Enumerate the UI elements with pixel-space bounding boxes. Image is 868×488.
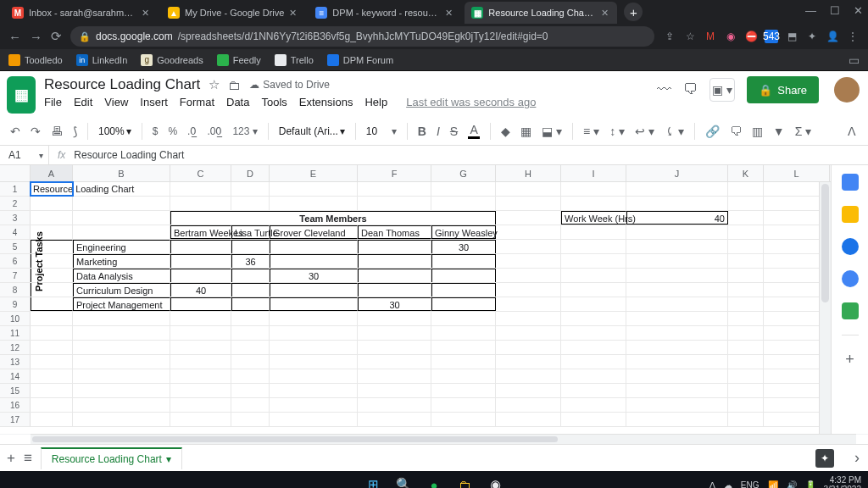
cell[interactable] [31, 297, 73, 311]
print-button[interactable]: 🖶 [49, 125, 64, 138]
cell[interactable] [496, 369, 561, 383]
row-header[interactable]: 12 [0, 341, 31, 354]
percent-button[interactable]: % [166, 125, 179, 137]
browser-tab-docs[interactable]: ≡ DPM - keyword - resource loadi ✕ [309, 2, 461, 24]
cell[interactable] [31, 326, 73, 340]
cell[interactable] [170, 384, 231, 397]
spotify-icon[interactable]: ● [425, 475, 443, 488]
col-header-E[interactable]: E [270, 165, 358, 181]
cell[interactable] [561, 297, 626, 311]
browser-tab-drive[interactable]: ▲ My Drive - Google Drive ✕ [161, 2, 305, 24]
format-select[interactable]: 123 ▾ [231, 125, 259, 137]
horizontal-scrollbar[interactable] [31, 434, 856, 444]
col-header-D[interactable]: D [231, 165, 270, 181]
cell[interactable] [431, 283, 496, 297]
cell[interactable] [728, 369, 764, 383]
cell[interactable] [561, 312, 626, 325]
cell[interactable] [270, 240, 358, 253]
cell[interactable] [496, 269, 561, 282]
row-header[interactable]: 3 [0, 211, 31, 225]
cell[interactable] [626, 197, 728, 210]
cell[interactable] [626, 225, 728, 239]
cell[interactable] [270, 283, 358, 297]
cell[interactable] [358, 384, 431, 397]
col-header-G[interactable]: G [431, 165, 496, 181]
cell[interactable] [358, 254, 431, 268]
cell[interactable] [561, 197, 626, 210]
cell[interactable] [231, 269, 270, 282]
col-header-F[interactable]: F [358, 165, 431, 181]
onedrive-icon[interactable]: ☁ [724, 480, 732, 489]
valign-button[interactable]: ↕ ▾ [608, 125, 626, 138]
cell[interactable] [626, 326, 728, 340]
row-header[interactable]: 1 [0, 182, 31, 196]
cell[interactable] [431, 413, 496, 426]
tray-chevron-icon[interactable]: ᐱ [709, 480, 715, 489]
cell[interactable] [73, 398, 170, 412]
back-button[interactable]: ← [8, 30, 21, 44]
spreadsheet-grid[interactable]: A B C D E F G H I J K L 1Resource Loadin… [0, 165, 831, 434]
cell[interactable] [270, 398, 358, 412]
row-header[interactable]: 13 [0, 355, 31, 369]
cell[interactable] [358, 312, 431, 325]
battery-icon[interactable]: 🔋 [805, 480, 815, 489]
cell[interactable] [626, 297, 728, 311]
currency-button[interactable]: $ [151, 125, 160, 137]
cell[interactable] [358, 182, 431, 196]
cell[interactable] [358, 398, 431, 412]
cell[interactable] [31, 369, 73, 383]
undo-button[interactable]: ↶ [8, 125, 22, 138]
cell[interactable] [73, 312, 170, 325]
cell[interactable] [626, 269, 728, 282]
cell[interactable] [31, 413, 73, 426]
cell[interactable] [561, 413, 626, 426]
font-size-input[interactable]: 10 [364, 125, 383, 137]
cell[interactable] [496, 254, 561, 268]
col-header-H[interactable]: H [496, 165, 561, 181]
vertical-scrollbar[interactable] [819, 182, 831, 434]
cell[interactable] [170, 326, 231, 340]
row-header[interactable]: 2 [0, 197, 31, 210]
col-header-L[interactable]: L [764, 165, 830, 181]
row-header[interactable]: 16 [0, 398, 31, 412]
cell[interactable] [170, 254, 231, 268]
col-header-A[interactable]: A [31, 165, 73, 181]
star-icon[interactable]: ☆ [683, 30, 697, 43]
forward-button[interactable]: → [30, 30, 42, 44]
menu-data[interactable]: Data [226, 96, 249, 108]
minimize-icon[interactable]: ― [805, 4, 816, 17]
bookmark-linkedin[interactable]: inLinkedIn [76, 54, 128, 66]
cell[interactable] [73, 197, 170, 210]
cell[interactable] [270, 369, 358, 383]
bookmark-feedly[interactable]: Feedly [217, 54, 261, 66]
cell[interactable] [561, 326, 626, 340]
ext-icon[interactable]: ⬒ [785, 30, 798, 43]
cell[interactable] [431, 369, 496, 383]
maps-icon[interactable] [842, 302, 859, 319]
cell[interactable] [561, 254, 626, 268]
cell[interactable] [496, 341, 561, 354]
strike-button[interactable]: S [448, 125, 459, 138]
zoom-select[interactable]: 100% ▾ [97, 125, 133, 137]
cell[interactable] [358, 269, 431, 282]
name-box[interactable]: A1▾ [0, 146, 49, 164]
cell[interactable] [728, 384, 764, 397]
cell[interactable] [626, 312, 728, 325]
close-icon[interactable]: ✕ [142, 8, 149, 19]
cell[interactable]: Data Analysis [73, 269, 170, 282]
cell[interactable] [31, 384, 73, 397]
cell[interactable] [31, 211, 73, 225]
cell[interactable] [728, 197, 764, 210]
cell[interactable]: Ginny Weasley [431, 225, 496, 239]
last-edit-link[interactable]: Last edit was seconds ago [406, 96, 536, 108]
cell[interactable] [270, 355, 358, 369]
share-page-icon[interactable]: ⇪ [663, 30, 676, 43]
col-header-K[interactable]: K [728, 165, 764, 181]
browser-tab-sheets[interactable]: ▦ Resource Loading Chart - Googl ✕ [465, 2, 617, 24]
rotate-button[interactable]: ⤹ ▾ [663, 125, 686, 138]
cell[interactable] [728, 341, 764, 354]
cell[interactable] [231, 341, 270, 354]
cell[interactable] [496, 283, 561, 297]
keep-icon[interactable] [842, 206, 859, 223]
menu-insert[interactable]: Insert [140, 96, 168, 108]
